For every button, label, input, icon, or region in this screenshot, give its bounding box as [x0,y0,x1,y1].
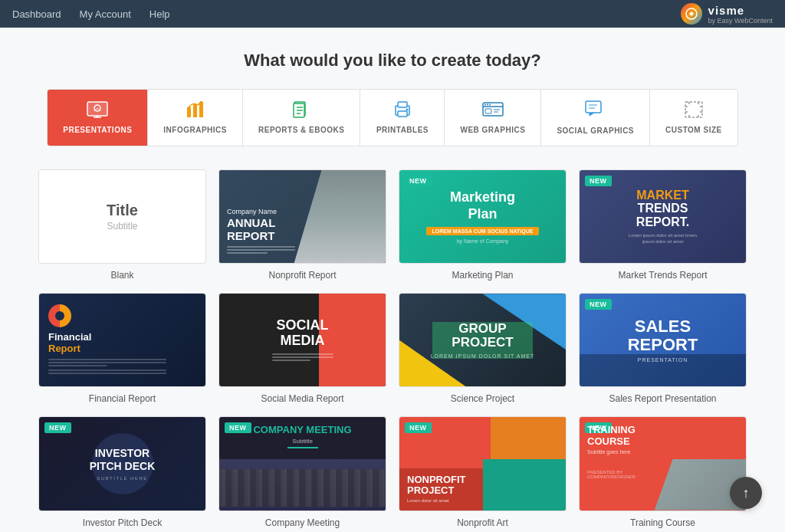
template-social-media-thumb: SOCIALMEDIA [218,293,386,387]
templates-grid: Title Subtitle Blank Company Name ANNUAL… [38,169,747,528]
tab-reports[interactable]: REPORTS & EBOOKS [243,90,360,146]
template-financial-report-thumb: FinancialReport [38,293,206,387]
social-graphics-icon [585,100,606,122]
template-marketing-plan[interactable]: NEW MarketingPlan LOREM MASSA CUM SOCIUS… [399,169,567,281]
tab-printables-label: PRINTABLES [376,126,429,134]
financial-logo-inner [55,311,64,320]
category-tabs: PRESENTATIONS INFOGRAPHICS [47,89,737,146]
template-company-meeting[interactable]: NEW COMPANY MEETING Subtitle Company Mee… [218,416,386,527]
tab-infographics[interactable]: INFOGRAPHICS [148,90,243,146]
template-sales-report-thumb: NEW SALESREPORT PRESENTATION [579,293,747,387]
reports-icon [292,101,310,121]
template-market-trends-thumb: NEW MARKETTRENDSREPORT. Lorem ipsum dolo… [579,169,747,264]
template-nonprofit-art-label: Nonprofit Art [457,517,508,528]
group-heading: GROUPPROJECT [452,322,513,350]
scroll-up-icon: ↑ [743,485,750,501]
blank-subtitle-text: Subtitle [107,221,137,232]
tab-custom-size-label: CUSTOM SIZE [665,126,722,134]
logo-text: visme by Easy WebContent [708,4,773,25]
marketing-author: by Name of Company [457,238,509,244]
nonprofit-block3 [483,459,567,511]
template-nonprofit-art-thumb: NEW NONPROFITPROJECT Lorem dolor sit ame… [399,416,567,511]
nav-links: Dashboard My Account Help [12,8,170,20]
svg-point-19 [406,109,408,111]
template-science-project-label: Science Project [451,393,514,404]
template-nonprofit-report-thumb: Company Name ANNUALREPORT [218,169,386,264]
template-social-media-label: Social Media Report [261,393,343,404]
nonprofit-art-badge: NEW [405,422,432,433]
trends-badge: NEW [585,176,612,186]
nav-dashboard[interactable]: Dashboard [12,8,61,20]
nav-my-account[interactable]: My Account [80,8,131,20]
template-company-meeting-thumb: NEW COMPANY MEETING Subtitle [218,416,386,511]
svg-rect-22 [485,109,491,113]
social-heading: SOCIALMEDIA [276,318,328,349]
template-social-media[interactable]: SOCIALMEDIA Social Media Report [218,293,386,404]
sales-subtext: PRESENTATION [638,357,688,363]
svg-rect-28 [586,101,601,113]
svg-rect-7 [199,102,203,117]
presentations-icon [87,101,108,121]
template-science-project[interactable]: GROUPPROJECT LOREM IPSUM DOLOR SIT AMET … [399,293,567,404]
svg-rect-17 [398,102,407,107]
pitch-heading: INVESTORPITCH DECK [90,447,156,473]
nonprofit-art-subtext: Lorem dolor sit amet [407,498,449,503]
template-marketing-plan-label: Marketing Plan [452,270,513,281]
annual-heading: ANNUALREPORT [227,217,275,242]
main-content: What would you like to create today? PRE… [0,28,785,532]
tab-infographics-label: INFOGRAPHICS [163,126,227,134]
template-training-course[interactable]: NEW TRAININGCOURSE Subtitle goes here PR… [579,416,747,527]
financial-heading: FinancialReport [48,332,91,354]
meeting-chairs [219,469,386,506]
meeting-line [287,447,318,448]
tab-web-graphics[interactable]: WEB GRAPHICS [445,90,541,146]
template-financial-report[interactable]: FinancialReport Financial Report [38,293,206,404]
template-investor-pitch[interactable]: NEW INVESTORPITCH DECK SUBTITLE HERE Inv… [38,416,206,527]
nonprofit-art-heading: NONPROFITPROJECT [407,475,466,497]
pitch-subtext: SUBTITLE HERE [97,476,148,481]
top-navigation: Dashboard My Account Help visme by Easy … [0,0,785,28]
template-nonprofit-report[interactable]: Company Name ANNUALREPORT Nonprofit Repo… [218,169,386,281]
template-sales-report-label: Sales Report Presentation [609,393,716,404]
template-training-course-thumb: NEW TRAININGCOURSE Subtitle goes here PR… [579,416,747,511]
tab-printables[interactable]: PRINTABLES [360,90,445,146]
financial-sublines [48,359,166,376]
tab-custom-size[interactable]: CUSTOM SIZE [650,90,737,146]
group-subtext: LOREM IPSUM DOLOR SIT AMET [431,353,535,359]
template-market-trends[interactable]: NEW MARKETTRENDSREPORT. Lorem ipsum dolo… [579,169,747,281]
training-heading: TRAININGCOURSE [587,425,636,447]
nav-help[interactable]: Help [149,8,170,20]
financial-logo [48,304,71,327]
tab-presentations[interactable]: PRESENTATIONS [48,90,148,146]
template-marketing-plan-thumb: NEW MarketingPlan LOREM MASSA CUM SOCIUS… [399,169,567,264]
tab-presentations-label: PRESENTATIONS [63,126,132,134]
template-training-course-label: Training Course [630,517,695,528]
annual-sublines [227,246,295,255]
marketing-badge: NEW [405,176,432,186]
svg-rect-6 [193,104,197,117]
trends-heading: MARKETTRENDSREPORT. [636,189,689,229]
marketing-heading: MarketingPlan [450,189,515,222]
template-investor-pitch-label: Investor Pitch Deck [83,517,162,528]
blank-title-text: Title [107,202,138,219]
sales-heading: SALESREPORT [628,317,698,354]
trends-subtext: Lorem ipsum dolor sit amet loremipsum do… [629,232,697,245]
template-financial-report-label: Financial Report [89,393,156,404]
scroll-up-button[interactable]: ↑ [730,477,762,509]
template-blank[interactable]: Title Subtitle Blank [38,169,206,281]
logo-icon [681,3,702,25]
template-nonprofit-art[interactable]: NEW NONPROFITPROJECT Lorem dolor sit ame… [399,416,567,527]
social-sublines [272,353,333,363]
svg-rect-1 [87,102,107,116]
template-blank-label: Blank [110,270,133,281]
svg-rect-5 [187,107,191,117]
page-title: What would you like to create today? [38,51,747,71]
svg-point-8 [188,107,190,109]
social-accent [319,294,386,386]
template-sales-report[interactable]: NEW SALESREPORT PRESENTATION Sales Repor… [579,293,747,404]
svg-rect-31 [685,102,702,117]
marketing-subtext: LOREM MASSA CUM SOCIUS NATIQUE [426,227,540,235]
tab-social-graphics[interactable]: SOCIAL GRAPHICS [541,90,650,146]
svg-point-27 [489,104,491,106]
svg-point-26 [487,104,488,106]
